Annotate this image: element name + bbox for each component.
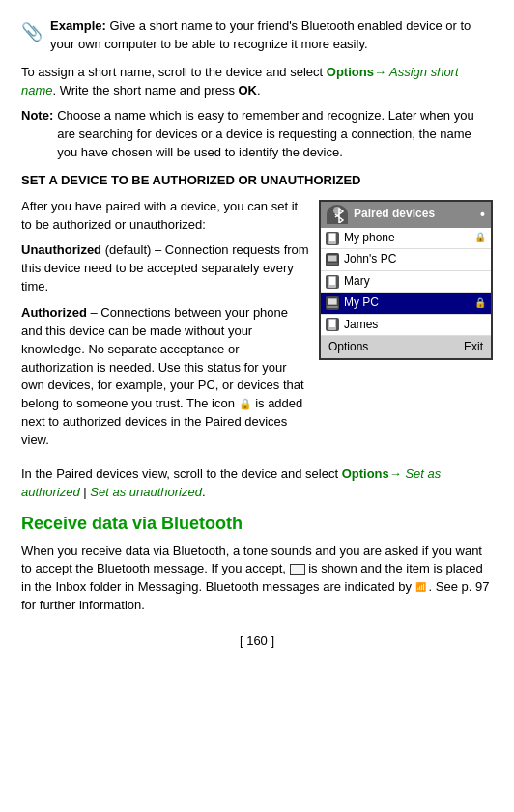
intro-para: After you have paired with a device, you…	[21, 198, 309, 235]
item-lock: 🔒	[474, 296, 486, 311]
item-icon-laptop	[326, 296, 339, 310]
svg-rect-2	[329, 234, 335, 241]
receive-para: When you receive data via Bluetooth, a t…	[21, 543, 493, 615]
paired-item[interactable]: My phone 🔒	[321, 228, 491, 249]
right-column: Paired devices • My phone 🔒 John's PC	[319, 198, 493, 458]
two-col-section: After you have paired with a device, you…	[21, 198, 493, 458]
item-icon-laptop	[326, 253, 339, 266]
unauthorized-block: Unauthorized (default) – Connection requ…	[21, 241, 309, 296]
assign-period: .	[257, 83, 261, 98]
left-column: After you have paired with a device, you…	[21, 198, 309, 458]
svg-rect-12	[329, 320, 335, 327]
in-paired-period: .	[202, 485, 206, 499]
assign-options-link[interactable]: Options→	[327, 65, 386, 79]
svg-rect-9	[328, 299, 336, 304]
receive-data-heading: Receive data via Bluetooth	[21, 511, 493, 536]
in-paired-separator: |	[80, 485, 91, 499]
paired-title-text: Paired devices	[354, 206, 435, 222]
assign-text-before: To assign a short name, scroll to the de…	[21, 65, 327, 79]
item-icon-phone	[326, 318, 339, 331]
paired-devices-widget: Paired devices • My phone 🔒 John's PC	[319, 200, 493, 361]
item-name: My PC	[344, 294, 470, 311]
example-block: 📎 Example: Give a short name to your fri…	[21, 17, 493, 54]
svg-rect-4	[328, 256, 336, 261]
example-body: Give a short name to your friend's Bluet…	[50, 18, 471, 51]
paired-item[interactable]: James	[321, 315, 491, 336]
paired-bottom-bar: Options Exit	[321, 336, 491, 358]
in-paired-para: In the Paired devices view, scroll to th…	[21, 465, 493, 502]
in-paired-options-link[interactable]: Options→	[342, 466, 402, 481]
assign-para: To assign a short name, scroll to the de…	[21, 64, 493, 100]
paired-options-label[interactable]: Options	[328, 339, 368, 355]
paired-item[interactable]: Mary	[321, 271, 491, 293]
note-block: Note: Choose a name which is easy to rem…	[21, 107, 493, 162]
paired-title-dots: •	[480, 205, 485, 224]
item-name: James	[344, 317, 486, 333]
paired-exit-label[interactable]: Exit	[464, 339, 483, 355]
note-content: Choose a name which is easy to remember …	[57, 107, 493, 162]
paired-items-list: My phone 🔒 John's PC Mary	[321, 227, 491, 336]
paired-title-bar: Paired devices •	[321, 202, 491, 227]
page-number: [ 160 ]	[21, 632, 493, 651]
section-heading: SET A DEVICE TO BE AUTHORIZED OR UNAUTHO…	[21, 172, 493, 190]
note-label: Note:	[21, 107, 53, 162]
item-lock: 🔒	[474, 231, 486, 245]
example-text: Example: Give a short name to your frien…	[50, 17, 493, 54]
assign-text-after: . Write the short name and press	[53, 83, 239, 98]
authorized-block: Authorized – Connections between your ph…	[21, 304, 309, 450]
inbox-icon	[290, 564, 305, 575]
authorized-term: Authorized	[21, 305, 87, 320]
item-icon-phone	[326, 232, 339, 245]
in-paired-text-before: In the Paired devices view, scroll to th…	[21, 466, 342, 481]
lock-icon: 🔒	[239, 397, 252, 412]
item-icon-phone	[326, 275, 339, 289]
unauthorized-term: Unauthorized	[21, 242, 101, 257]
set-as-unauthorized-link[interactable]: Set as unauthorized	[90, 485, 202, 499]
assign-ok: OK	[239, 83, 258, 98]
paired-title-icon	[327, 205, 348, 224]
example-icon: 📎	[21, 19, 43, 44]
item-name: Mary	[344, 273, 486, 290]
example-bold: Example:	[50, 18, 106, 33]
item-name: My phone	[344, 230, 470, 246]
item-name: John's PC	[344, 251, 486, 267]
bluetooth-icon	[328, 206, 347, 223]
svg-rect-5	[327, 263, 338, 265]
bluetooth-msg-icon: 📶	[415, 581, 429, 595]
authorized-def: – Connections between your phone and thi…	[21, 305, 304, 410]
paired-item[interactable]: John's PC	[321, 249, 491, 270]
paired-item-selected[interactable]: My PC 🔒	[321, 293, 491, 314]
svg-rect-10	[327, 306, 338, 308]
svg-rect-7	[329, 277, 335, 285]
